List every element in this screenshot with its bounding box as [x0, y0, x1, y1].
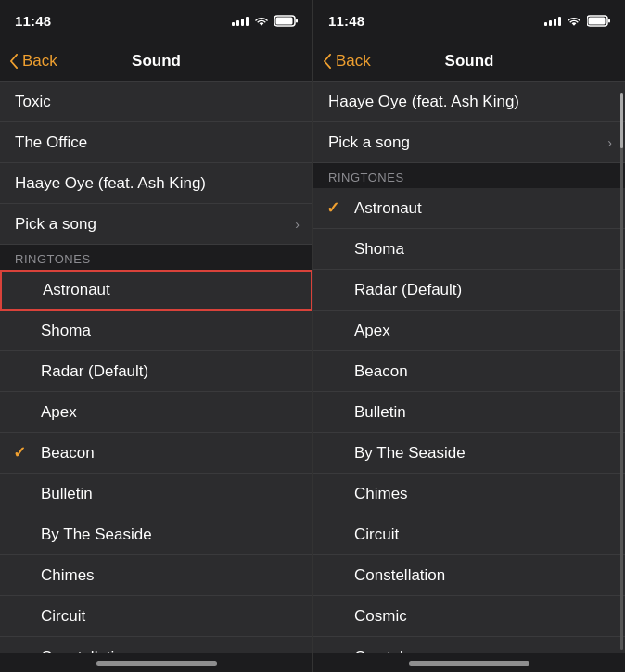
ringtone-label: Chimes: [354, 485, 408, 503]
battery-icon: [274, 15, 298, 27]
signal-icon: [544, 15, 561, 26]
ringtone-label: Shoma: [354, 240, 404, 259]
ringtone-item-shoma-left[interactable]: Shoma: [0, 311, 312, 351]
ringtone-item-constellation-right[interactable]: Constellation: [313, 555, 625, 596]
ringtone-label: Apex: [41, 403, 77, 422]
ringtone-item-crystals-right[interactable]: Crystals: [313, 637, 625, 653]
status-icons-right: [544, 15, 610, 27]
svg-rect-1: [296, 19, 298, 22]
svg-rect-4: [608, 19, 610, 22]
nav-title-left: Sound: [132, 52, 181, 70]
wifi-icon: [254, 15, 269, 26]
ringtone-label: Astronaut: [354, 199, 422, 218]
content-left: Toxic The Office Haaye Oye (feat. Ash Ki…: [0, 82, 312, 653]
ringtone-item-beacon-left[interactable]: ✓ Beacon: [0, 433, 312, 474]
ringtone-label: Radar (Default): [354, 281, 462, 299]
nav-title-right: Sound: [445, 52, 494, 70]
list-item[interactable]: Haaye Oye (feat. Ash King): [0, 163, 312, 204]
ringtone-label: Cosmic: [354, 607, 407, 626]
svg-rect-5: [589, 17, 606, 24]
list-item[interactable]: Toxic: [0, 82, 312, 122]
ringtone-label: Apex: [354, 322, 390, 340]
list-item[interactable]: The Office: [0, 122, 312, 163]
ringtone-item-beacon-right[interactable]: Beacon: [313, 351, 625, 392]
home-bar: [96, 661, 217, 666]
ringtone-item-bulletin-right[interactable]: Bulletin: [313, 392, 625, 433]
status-time-right: 11:48: [328, 13, 364, 29]
right-screen: 11:48 Back Sound: [312, 0, 625, 672]
pick-a-song-item-right[interactable]: Pick a song ›: [313, 122, 625, 163]
ringtone-item-by-the-seaside-left[interactable]: By The Seaside: [0, 514, 312, 555]
ringtone-item-circuit-left[interactable]: Circuit: [0, 596, 312, 637]
ringtone-label: By The Seaside: [354, 444, 466, 463]
ringtone-item-radar-left[interactable]: Radar (Default): [0, 351, 312, 392]
ringtone-item-cosmic-right[interactable]: Cosmic: [313, 596, 625, 637]
ringtones-list-right: ✓ Astronaut Shoma Radar (Default) Apex B…: [313, 188, 625, 653]
scrollbar-track: [620, 93, 623, 650]
song-label: The Office: [15, 133, 87, 152]
wifi-icon: [567, 15, 581, 26]
back-button-right[interactable]: Back: [323, 52, 371, 70]
section-label-right: RINGTONES: [328, 171, 404, 184]
song-label: Haaye Oye (feat. Ash King): [328, 93, 519, 111]
ringtone-item-chimes-right[interactable]: Chimes: [313, 474, 625, 514]
scrollbar-thumb[interactable]: [620, 93, 623, 148]
checkmark-icon: ✓: [326, 198, 339, 218]
section-header-ringtones-right: RINGTONES: [313, 163, 625, 188]
ringtone-item-astronaut-right[interactable]: ✓ Astronaut: [313, 188, 625, 229]
back-label-right: Back: [336, 52, 371, 70]
ringtones-list-left: Astronaut Shoma Radar (Default) Apex ✓ B…: [0, 270, 312, 653]
status-bar-right: 11:48: [313, 0, 625, 41]
list-item[interactable]: Haaye Oye (feat. Ash King): [313, 82, 625, 122]
svg-rect-2: [276, 17, 293, 24]
ringtone-label: Beacon: [354, 362, 408, 381]
home-indicator-right: [313, 653, 625, 672]
home-indicator-left: [0, 653, 312, 672]
ringtone-label: Shoma: [41, 322, 91, 340]
ringtone-label: Circuit: [41, 607, 85, 626]
left-screen: 11:48 Back Sound: [0, 0, 312, 672]
back-button-left[interactable]: Back: [9, 52, 57, 70]
status-icons-left: [232, 15, 298, 27]
ringtone-item-chimes-left[interactable]: Chimes: [0, 555, 312, 596]
section-header-ringtones-left: RINGTONES: [0, 245, 312, 270]
status-time-left: 11:48: [15, 13, 51, 29]
ringtone-label: Circuit: [354, 526, 399, 544]
nav-bar-right: Back Sound: [313, 41, 625, 82]
ringtone-label: Astronaut: [43, 281, 110, 299]
ringtone-label: Constellation: [354, 566, 445, 585]
ringtone-label: Crystals: [354, 648, 411, 654]
ringtone-item-radar-right[interactable]: Radar (Default): [313, 270, 625, 311]
ringtone-label: Constellation: [41, 648, 132, 654]
ringtone-label: Beacon: [41, 444, 95, 463]
ringtone-item-astronaut-left[interactable]: Astronaut: [0, 270, 312, 311]
ringtone-item-constellation-left[interactable]: Constellation: [0, 637, 312, 653]
signal-icon: [232, 15, 249, 26]
content-right: Haaye Oye (feat. Ash King) Pick a song ›…: [313, 82, 625, 653]
ringtone-label: Radar (Default): [41, 362, 148, 381]
home-bar: [409, 661, 529, 666]
ringtone-item-by-the-seaside-right[interactable]: By The Seaside: [313, 433, 625, 474]
ringtone-item-apex-left[interactable]: Apex: [0, 392, 312, 433]
status-bar-left: 11:48: [0, 0, 312, 41]
ringtone-label: Bulletin: [41, 485, 93, 503]
battery-icon: [587, 15, 610, 27]
ringtone-item-circuit-right[interactable]: Circuit: [313, 514, 625, 555]
song-label: Haaye Oye (feat. Ash King): [15, 174, 206, 193]
ringtone-item-shoma-right[interactable]: Shoma: [313, 229, 625, 270]
ringtone-label: Chimes: [41, 566, 95, 585]
chevron-right-icon: ›: [607, 135, 612, 150]
nav-bar-left: Back Sound: [0, 41, 312, 82]
chevron-right-icon: ›: [295, 217, 300, 232]
pick-a-song-item-left[interactable]: Pick a song ›: [0, 204, 312, 245]
pick-a-song-label-left: Pick a song: [15, 215, 96, 234]
back-label-left: Back: [22, 52, 57, 70]
pick-a-song-label-right: Pick a song: [328, 133, 410, 152]
ringtone-item-bulletin-left[interactable]: Bulletin: [0, 474, 312, 514]
ringtone-label: Bulletin: [354, 403, 406, 422]
ringtone-label: By The Seaside: [41, 526, 152, 544]
checkmark-icon: ✓: [13, 443, 26, 463]
ringtone-item-apex-right[interactable]: Apex: [313, 311, 625, 351]
song-label: Toxic: [15, 93, 51, 111]
section-label-left: RINGTONES: [15, 252, 91, 266]
